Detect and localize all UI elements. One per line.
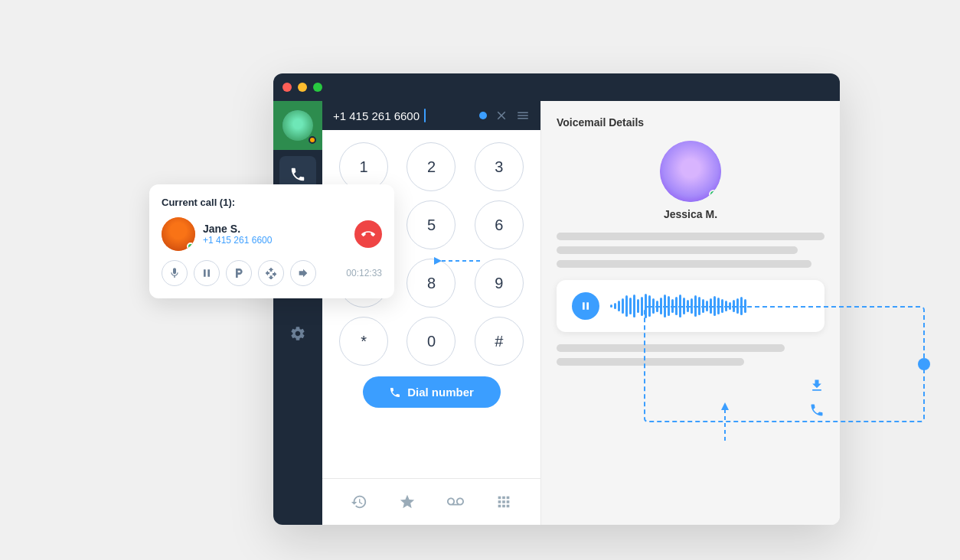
key-9[interactable]: 9: [475, 259, 524, 308]
history-btn[interactable]: [345, 488, 373, 516]
wave-bar: [618, 301, 620, 311]
key-5[interactable]: 5: [407, 200, 456, 249]
dial-button[interactable]: Dial number: [363, 376, 501, 408]
wave-bar: [656, 301, 658, 312]
dialpad: 1 2 3 4 5 6 7 8 9 * 0 #: [322, 130, 540, 478]
wave-bar: [675, 297, 678, 315]
wave-bar: [668, 296, 670, 316]
wave-bar: [648, 295, 651, 317]
voicemail-panel: Voicemail Details Jessica M.: [541, 101, 840, 525]
play-pause-button[interactable]: [572, 292, 599, 320]
current-call-popup: Current call (1): Jane S. +1 415 261 660…: [149, 184, 394, 298]
minimize-dot[interactable]: [298, 83, 307, 92]
key-6[interactable]: 6: [475, 200, 524, 249]
wave-bar: [614, 303, 616, 309]
mute-btn[interactable]: [162, 260, 188, 286]
wave-bar: [622, 298, 624, 314]
key-8[interactable]: 8: [407, 259, 456, 308]
dial-button-label: Dial number: [407, 386, 474, 399]
content-lines: [557, 233, 824, 268]
callback-icon: [809, 402, 824, 418]
wave-bar: [679, 295, 681, 317]
wave-bar: [698, 297, 700, 315]
favorites-btn[interactable]: [393, 488, 421, 516]
grid-icon: [495, 493, 512, 510]
content-line-3: [557, 260, 811, 268]
phone-header: +1 415 261 6600: [322, 101, 540, 130]
caller-details: Jane S. +1 415 261 6600: [203, 223, 347, 246]
content-line-4: [557, 344, 785, 352]
download-btn[interactable]: [809, 378, 824, 393]
avatar-face: [282, 110, 313, 141]
phone-icon: [289, 166, 306, 183]
phone-number: +1 415 261 6600: [333, 109, 420, 122]
wave-bar: [717, 298, 720, 314]
voicemail-contact: Jessica M.: [557, 141, 824, 220]
content-line-2: [557, 246, 798, 254]
maximize-dot[interactable]: [313, 83, 322, 92]
waveform-player: [557, 280, 824, 332]
wave-bar: [706, 301, 708, 311]
scene: +1 415 261 6600: [136, 35, 824, 525]
contact-avatar: [660, 141, 721, 202]
close-call-btn[interactable]: [495, 109, 508, 122]
x-icon: [495, 109, 508, 122]
call-controls: 00:12:33: [162, 260, 382, 286]
app-window: +1 415 261 6600: [273, 73, 840, 525]
forward-icon: [297, 267, 309, 279]
call-back-btn[interactable]: [809, 402, 824, 418]
avatar-image: [282, 110, 313, 141]
active-indicator: [479, 112, 487, 119]
menu-btn[interactable]: [516, 109, 530, 122]
grid-btn[interactable]: [490, 488, 518, 516]
wave-bar: [660, 298, 662, 314]
end-call-button[interactable]: [354, 220, 382, 248]
voicemail-title: Voicemail Details: [557, 116, 824, 129]
download-icon: [809, 378, 824, 393]
wave-bar: [691, 298, 693, 314]
wave-bar: [629, 298, 632, 314]
wave-bar: [645, 294, 647, 318]
wave-bar: [725, 301, 727, 311]
history-icon: [351, 493, 367, 510]
key-star[interactable]: *: [339, 317, 388, 366]
wave-bar: [713, 296, 716, 316]
wave-bar: [694, 295, 697, 317]
sidebar-item-settings[interactable]: [279, 315, 316, 352]
key-0[interactable]: 0: [407, 317, 456, 366]
caller-number: +1 415 261 6600: [203, 235, 347, 246]
wave-bar: [687, 300, 689, 312]
hold-btn[interactable]: [194, 260, 220, 286]
voicemail-btn[interactable]: [442, 488, 469, 516]
wave-bar: [729, 302, 731, 310]
key-2[interactable]: 2: [407, 142, 456, 191]
phone-dial-icon: [389, 386, 401, 399]
cursor: [424, 109, 426, 122]
content-line-1: [557, 233, 824, 240]
contact-online-dot: [709, 190, 718, 199]
status-badge: [309, 136, 316, 144]
park-btn[interactable]: [226, 260, 252, 286]
key-3[interactable]: 3: [475, 142, 524, 191]
wave-bar: [710, 298, 712, 314]
mic-icon: [168, 267, 181, 279]
pause-icon: [580, 300, 592, 312]
wave-bar: [733, 300, 735, 312]
wave-bar: [625, 295, 628, 317]
key-hash[interactable]: #: [475, 317, 524, 366]
sidebar-user-avatar: [273, 101, 322, 150]
pause-ctrl-icon: [201, 267, 213, 279]
star-icon: [399, 493, 416, 510]
wave-bar: [702, 299, 704, 313]
wave-bar: [652, 298, 655, 314]
contact-name: Jessica M.: [664, 208, 717, 220]
wave-bar: [664, 295, 666, 317]
main-window: +1 415 261 6600: [273, 73, 840, 525]
phone-toolbar: [322, 478, 540, 525]
transfer-btn[interactable]: [258, 260, 284, 286]
forward-btn[interactable]: [290, 260, 316, 286]
transfer-icon: [265, 267, 277, 279]
close-dot[interactable]: [282, 83, 292, 92]
wave-bar: [740, 297, 743, 315]
caller-status-dot: [187, 243, 194, 250]
